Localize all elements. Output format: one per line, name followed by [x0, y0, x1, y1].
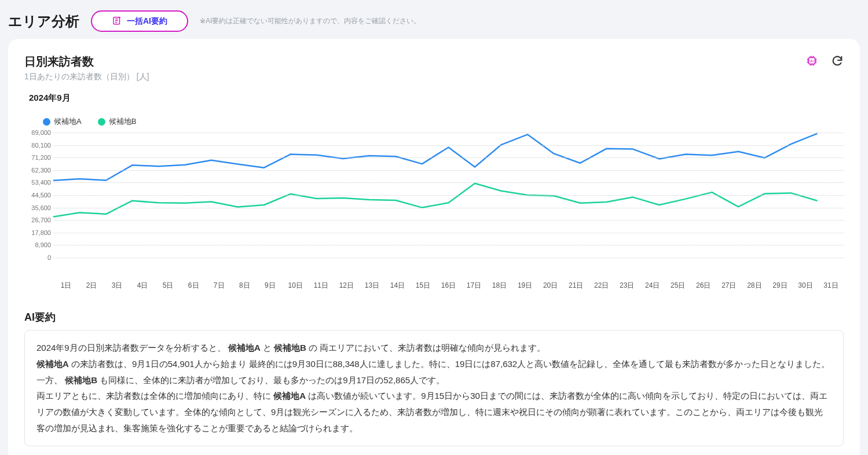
x-tick: 27日 — [716, 281, 742, 291]
x-tick: 16日 — [435, 281, 461, 291]
x-tick: 24日 — [640, 281, 665, 291]
x-tick: 20日 — [538, 281, 563, 291]
bulk-ai-summary-button[interactable]: 一括AI要約 — [91, 10, 188, 32]
x-tick: 13日 — [359, 281, 384, 291]
legend-dot-b — [98, 118, 105, 126]
card-subtitle: 1日あたりの来訪者数（日別） [人] — [24, 72, 844, 82]
x-tick: 9日 — [257, 281, 283, 291]
x-tick: 17日 — [462, 281, 487, 291]
x-tick: 18日 — [487, 281, 512, 291]
x-tick: 15日 — [410, 281, 435, 291]
y-tick: 71,200 — [31, 154, 51, 161]
summary-bold-b: 候補地B — [274, 343, 306, 353]
summary-text: 両エリアともに、来訪者数は全体的に増加傾向にあり、特に — [36, 391, 273, 401]
y-tick: 44,500 — [31, 192, 51, 199]
card-title: 日別来訪者数 — [24, 54, 94, 69]
legend-item-a: 候補地A — [43, 116, 82, 127]
x-tick: 4日 — [130, 281, 155, 291]
x-tick: 28日 — [742, 281, 767, 291]
y-tick: 62,300 — [31, 167, 51, 174]
y-tick: 80,100 — [31, 142, 51, 149]
summary-bold-a: 候補地A — [273, 391, 306, 401]
y-tick: 53,400 — [31, 179, 51, 186]
x-tick: 7日 — [206, 281, 232, 291]
page-title: エリア分析 — [8, 12, 79, 31]
x-tick: 26日 — [691, 281, 716, 291]
svg-text:AI: AI — [810, 58, 814, 63]
summary-text: と — [263, 343, 272, 353]
x-tick: 2日 — [79, 281, 104, 291]
summary-bold-b: 候補地B — [65, 375, 97, 385]
ai-summary-box: 2024年9月の日別来訪者数データを分析すると、 候補地A と 候補地B の 両… — [24, 330, 844, 446]
x-tick: 12日 — [334, 281, 359, 291]
series-line-0 — [53, 134, 817, 181]
chart-plot-area — [53, 133, 844, 258]
x-tick: 19日 — [512, 281, 538, 291]
y-tick: 26,700 — [31, 217, 51, 223]
series-line-1 — [53, 184, 817, 217]
summary-text: 2024年9月の日別来訪者数データを分析すると、 — [36, 343, 226, 353]
x-tick: 11日 — [308, 281, 334, 291]
x-tick: 30日 — [793, 281, 818, 291]
x-tick: 25日 — [665, 281, 691, 291]
ai-sparkle-icon — [112, 15, 122, 27]
chart-legend: 候補地A 候補地B — [43, 116, 844, 127]
summary-text: の 両エリアにおいて、来訪者数は明確な傾向が見られます。 — [309, 343, 545, 353]
x-tick: 6日 — [181, 281, 206, 291]
refresh-icon[interactable] — [831, 54, 844, 69]
y-axis: 08,90017,80026,70035,60044,50053,40062,3… — [24, 133, 53, 277]
legend-label-b: 候補地B — [109, 116, 137, 127]
y-tick: 8,900 — [35, 241, 51, 248]
disclaimer-text: ※AI要約は正確でない可能性がありますので、内容をご確認ください。 — [200, 16, 420, 26]
x-tick: 8日 — [232, 281, 257, 291]
summary-bold-a: 候補地A — [228, 343, 261, 353]
ai-summary-title: AI要約 — [24, 310, 844, 324]
x-tick: 1日 — [53, 281, 79, 291]
y-tick: 17,800 — [31, 229, 51, 236]
x-tick: 23日 — [614, 281, 640, 291]
x-tick: 29日 — [767, 281, 793, 291]
chart-month-label: 2024年9月 — [29, 93, 844, 104]
x-tick: 10日 — [283, 281, 308, 291]
x-tick: 3日 — [104, 281, 130, 291]
summary-bold-a: 候補地A — [36, 359, 69, 369]
legend-dot-a — [43, 118, 50, 126]
ai-button-label: 一括AI要約 — [127, 16, 167, 27]
summary-text: も同様に、全体的に来訪者が増加しており、最も多かったのは9月17日の52,865… — [100, 375, 445, 385]
y-tick: 35,600 — [31, 204, 51, 211]
x-tick: 22日 — [589, 281, 614, 291]
x-tick: 21日 — [563, 281, 589, 291]
y-tick: 89,000 — [31, 129, 51, 136]
y-tick: 0 — [47, 254, 51, 261]
ai-chip-icon[interactable]: AI — [805, 54, 818, 69]
x-tick: 5日 — [155, 281, 181, 291]
legend-item-b: 候補地B — [98, 116, 137, 127]
x-tick: 31日 — [818, 281, 844, 291]
x-tick: 14日 — [384, 281, 410, 291]
legend-label-a: 候補地A — [54, 116, 82, 127]
x-axis: 1日2日3日4日5日6日7日8日9日10日11日12日13日14日15日16日1… — [53, 281, 844, 291]
chart-card: 日別来訪者数 AI 1日あたりの来訪者数（日別） [人] 2024年9月 候補地… — [8, 39, 860, 455]
